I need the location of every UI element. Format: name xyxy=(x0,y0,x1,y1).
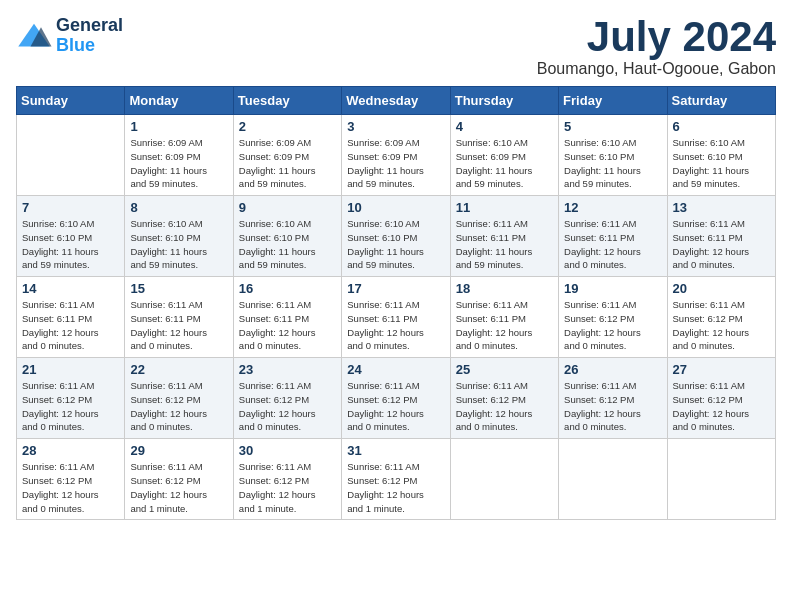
day-info: Sunrise: 6:11 AM Sunset: 6:11 PM Dayligh… xyxy=(456,298,553,353)
day-number: 6 xyxy=(673,119,770,134)
calendar-cell: 28Sunrise: 6:11 AM Sunset: 6:12 PM Dayli… xyxy=(17,439,125,520)
day-number: 8 xyxy=(130,200,227,215)
day-number: 17 xyxy=(347,281,444,296)
calendar-cell: 18Sunrise: 6:11 AM Sunset: 6:11 PM Dayli… xyxy=(450,277,558,358)
weekday-header-saturday: Saturday xyxy=(667,87,775,115)
day-info: Sunrise: 6:10 AM Sunset: 6:10 PM Dayligh… xyxy=(564,136,661,191)
day-info: Sunrise: 6:11 AM Sunset: 6:12 PM Dayligh… xyxy=(347,460,444,515)
weekday-header-friday: Friday xyxy=(559,87,667,115)
calendar-cell: 17Sunrise: 6:11 AM Sunset: 6:11 PM Dayli… xyxy=(342,277,450,358)
calendar-cell: 20Sunrise: 6:11 AM Sunset: 6:12 PM Dayli… xyxy=(667,277,775,358)
day-number: 1 xyxy=(130,119,227,134)
calendar-cell: 3Sunrise: 6:09 AM Sunset: 6:09 PM Daylig… xyxy=(342,115,450,196)
calendar-cell: 8Sunrise: 6:10 AM Sunset: 6:10 PM Daylig… xyxy=(125,196,233,277)
day-info: Sunrise: 6:09 AM Sunset: 6:09 PM Dayligh… xyxy=(347,136,444,191)
day-number: 7 xyxy=(22,200,119,215)
calendar-cell: 26Sunrise: 6:11 AM Sunset: 6:12 PM Dayli… xyxy=(559,358,667,439)
calendar-cell: 31Sunrise: 6:11 AM Sunset: 6:12 PM Dayli… xyxy=(342,439,450,520)
day-info: Sunrise: 6:11 AM Sunset: 6:12 PM Dayligh… xyxy=(239,460,336,515)
title-area: July 2024 Boumango, Haut-Ogooue, Gabon xyxy=(537,16,776,78)
day-info: Sunrise: 6:10 AM Sunset: 6:10 PM Dayligh… xyxy=(22,217,119,272)
calendar-cell: 13Sunrise: 6:11 AM Sunset: 6:11 PM Dayli… xyxy=(667,196,775,277)
calendar-cell xyxy=(450,439,558,520)
calendar-cell: 10Sunrise: 6:10 AM Sunset: 6:10 PM Dayli… xyxy=(342,196,450,277)
calendar-cell: 19Sunrise: 6:11 AM Sunset: 6:12 PM Dayli… xyxy=(559,277,667,358)
day-number: 30 xyxy=(239,443,336,458)
day-number: 18 xyxy=(456,281,553,296)
day-info: Sunrise: 6:11 AM Sunset: 6:12 PM Dayligh… xyxy=(130,379,227,434)
calendar-cell: 21Sunrise: 6:11 AM Sunset: 6:12 PM Dayli… xyxy=(17,358,125,439)
logo: General Blue xyxy=(16,16,123,56)
calendar-week-row: 1Sunrise: 6:09 AM Sunset: 6:09 PM Daylig… xyxy=(17,115,776,196)
day-number: 16 xyxy=(239,281,336,296)
weekday-header-tuesday: Tuesday xyxy=(233,87,341,115)
calendar-cell: 23Sunrise: 6:11 AM Sunset: 6:12 PM Dayli… xyxy=(233,358,341,439)
day-info: Sunrise: 6:11 AM Sunset: 6:11 PM Dayligh… xyxy=(239,298,336,353)
day-number: 4 xyxy=(456,119,553,134)
day-number: 10 xyxy=(347,200,444,215)
day-info: Sunrise: 6:09 AM Sunset: 6:09 PM Dayligh… xyxy=(130,136,227,191)
day-info: Sunrise: 6:11 AM Sunset: 6:12 PM Dayligh… xyxy=(673,298,770,353)
calendar-cell: 9Sunrise: 6:10 AM Sunset: 6:10 PM Daylig… xyxy=(233,196,341,277)
calendar-cell: 14Sunrise: 6:11 AM Sunset: 6:11 PM Dayli… xyxy=(17,277,125,358)
calendar-cell xyxy=(667,439,775,520)
logo-icon xyxy=(16,22,52,50)
day-number: 3 xyxy=(347,119,444,134)
day-info: Sunrise: 6:11 AM Sunset: 6:12 PM Dayligh… xyxy=(22,460,119,515)
day-info: Sunrise: 6:11 AM Sunset: 6:11 PM Dayligh… xyxy=(456,217,553,272)
month-title: July 2024 xyxy=(537,16,776,58)
day-info: Sunrise: 6:11 AM Sunset: 6:12 PM Dayligh… xyxy=(673,379,770,434)
day-info: Sunrise: 6:11 AM Sunset: 6:12 PM Dayligh… xyxy=(22,379,119,434)
day-info: Sunrise: 6:11 AM Sunset: 6:11 PM Dayligh… xyxy=(564,217,661,272)
day-info: Sunrise: 6:11 AM Sunset: 6:11 PM Dayligh… xyxy=(22,298,119,353)
day-number: 28 xyxy=(22,443,119,458)
calendar-cell: 16Sunrise: 6:11 AM Sunset: 6:11 PM Dayli… xyxy=(233,277,341,358)
day-number: 22 xyxy=(130,362,227,377)
day-info: Sunrise: 6:10 AM Sunset: 6:10 PM Dayligh… xyxy=(130,217,227,272)
location-title: Boumango, Haut-Ogooue, Gabon xyxy=(537,60,776,78)
calendar-cell: 25Sunrise: 6:11 AM Sunset: 6:12 PM Dayli… xyxy=(450,358,558,439)
day-number: 15 xyxy=(130,281,227,296)
calendar-week-row: 7Sunrise: 6:10 AM Sunset: 6:10 PM Daylig… xyxy=(17,196,776,277)
day-info: Sunrise: 6:10 AM Sunset: 6:10 PM Dayligh… xyxy=(347,217,444,272)
weekday-header-thursday: Thursday xyxy=(450,87,558,115)
page-header: General Blue July 2024 Boumango, Haut-Og… xyxy=(16,16,776,78)
calendar-cell: 1Sunrise: 6:09 AM Sunset: 6:09 PM Daylig… xyxy=(125,115,233,196)
calendar-cell: 30Sunrise: 6:11 AM Sunset: 6:12 PM Dayli… xyxy=(233,439,341,520)
calendar-cell xyxy=(17,115,125,196)
day-number: 21 xyxy=(22,362,119,377)
day-number: 9 xyxy=(239,200,336,215)
day-number: 14 xyxy=(22,281,119,296)
calendar-week-row: 21Sunrise: 6:11 AM Sunset: 6:12 PM Dayli… xyxy=(17,358,776,439)
calendar-cell: 15Sunrise: 6:11 AM Sunset: 6:11 PM Dayli… xyxy=(125,277,233,358)
weekday-header-wednesday: Wednesday xyxy=(342,87,450,115)
day-info: Sunrise: 6:10 AM Sunset: 6:09 PM Dayligh… xyxy=(456,136,553,191)
day-info: Sunrise: 6:11 AM Sunset: 6:12 PM Dayligh… xyxy=(564,298,661,353)
weekday-header-monday: Monday xyxy=(125,87,233,115)
calendar-cell: 6Sunrise: 6:10 AM Sunset: 6:10 PM Daylig… xyxy=(667,115,775,196)
calendar-cell: 5Sunrise: 6:10 AM Sunset: 6:10 PM Daylig… xyxy=(559,115,667,196)
calendar-week-row: 28Sunrise: 6:11 AM Sunset: 6:12 PM Dayli… xyxy=(17,439,776,520)
day-info: Sunrise: 6:11 AM Sunset: 6:11 PM Dayligh… xyxy=(347,298,444,353)
day-number: 11 xyxy=(456,200,553,215)
day-number: 25 xyxy=(456,362,553,377)
calendar-cell: 4Sunrise: 6:10 AM Sunset: 6:09 PM Daylig… xyxy=(450,115,558,196)
calendar-cell: 24Sunrise: 6:11 AM Sunset: 6:12 PM Dayli… xyxy=(342,358,450,439)
weekday-header-sunday: Sunday xyxy=(17,87,125,115)
calendar-cell: 2Sunrise: 6:09 AM Sunset: 6:09 PM Daylig… xyxy=(233,115,341,196)
calendar-cell: 22Sunrise: 6:11 AM Sunset: 6:12 PM Dayli… xyxy=(125,358,233,439)
calendar-week-row: 14Sunrise: 6:11 AM Sunset: 6:11 PM Dayli… xyxy=(17,277,776,358)
day-info: Sunrise: 6:11 AM Sunset: 6:11 PM Dayligh… xyxy=(130,298,227,353)
day-number: 20 xyxy=(673,281,770,296)
day-number: 19 xyxy=(564,281,661,296)
day-number: 26 xyxy=(564,362,661,377)
calendar-cell: 27Sunrise: 6:11 AM Sunset: 6:12 PM Dayli… xyxy=(667,358,775,439)
calendar-cell: 29Sunrise: 6:11 AM Sunset: 6:12 PM Dayli… xyxy=(125,439,233,520)
day-info: Sunrise: 6:11 AM Sunset: 6:11 PM Dayligh… xyxy=(673,217,770,272)
calendar-cell: 7Sunrise: 6:10 AM Sunset: 6:10 PM Daylig… xyxy=(17,196,125,277)
logo-line1: General xyxy=(56,16,123,36)
day-number: 5 xyxy=(564,119,661,134)
calendar-table: SundayMondayTuesdayWednesdayThursdayFrid… xyxy=(16,86,776,520)
logo-text: General Blue xyxy=(56,16,123,56)
day-number: 29 xyxy=(130,443,227,458)
